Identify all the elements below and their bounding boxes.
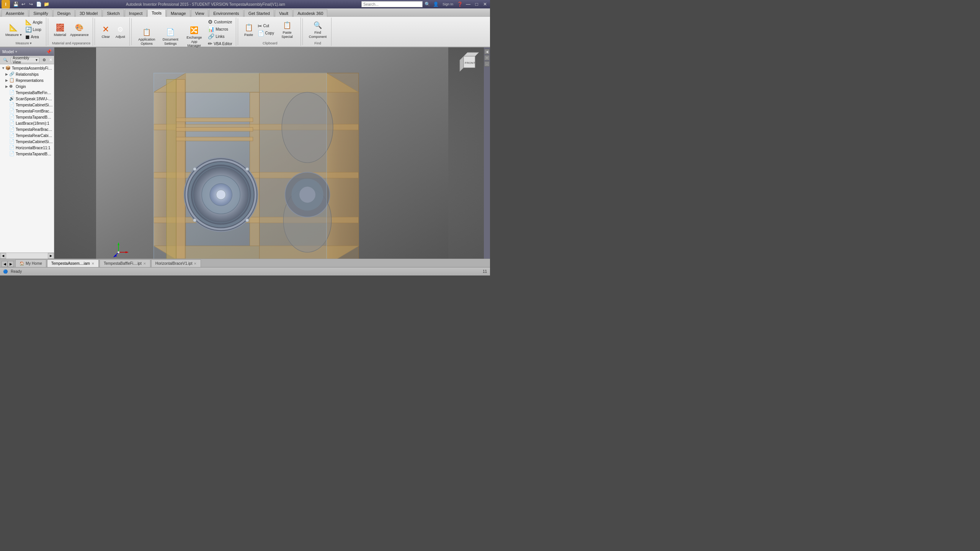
tab-close-1[interactable]: ✕ [91, 262, 95, 266]
tab-view[interactable]: View [191, 9, 209, 17]
tree-item-origin[interactable]: ▶ ⊕ Origin [0, 83, 54, 90]
tree-item-representations[interactable]: ▶ 📋 Representations [0, 77, 54, 83]
sep5 [302, 18, 303, 45]
tab-getstarted[interactable]: Get Started [244, 9, 274, 17]
adjust-icon: ⚙ [115, 24, 126, 35]
minimize-button[interactable]: — [465, 1, 472, 8]
exchange-icon: 🔀 [189, 25, 199, 36]
tab-sketch[interactable]: Sketch [103, 9, 124, 17]
tree-item-frontbrace[interactable]: 📄 TempestaFrontBrace:1 [0, 108, 54, 114]
loop-button[interactable]: 🔄Loop [24, 26, 44, 33]
tab-prev-btn[interactable]: ◀ [2, 261, 8, 267]
paste-special-button[interactable]: 📋 Paste Special [276, 19, 298, 40]
tree-item-rearcabinet[interactable]: 📄 TempestaRearCabinetPart(18mm):1 [0, 132, 54, 139]
customize-button[interactable]: ⚙Customize [207, 18, 233, 25]
document-settings-button[interactable]: 📄 Document Settings [159, 26, 181, 47]
tab-environments[interactable]: Environments [209, 9, 243, 17]
paste-icon: 📋 [243, 22, 254, 33]
tab-simplify[interactable]: Simplify [29, 9, 52, 17]
maximize-button[interactable]: □ [473, 1, 480, 8]
panel-pin-button[interactable]: 📌 [46, 49, 52, 54]
panel-toolbar: 🔍 Assembly View ▾ ⚙ ✕ [0, 56, 54, 64]
new-button[interactable]: 📄 [35, 1, 42, 8]
application-options-button[interactable]: 📋 Application Options [136, 26, 158, 47]
open-button[interactable]: 📁 [43, 1, 50, 8]
close-panel-btn[interactable]: ✕ [49, 57, 52, 62]
topbottom2-label: TempestaTapandBottomCabinetPart(18... [16, 152, 53, 156]
tab-vault[interactable]: Vault [275, 9, 292, 17]
links-button[interactable]: 🔗Links [207, 33, 233, 40]
area-icon: ◼ [25, 34, 30, 40]
3d-viewport[interactable]: FRONT ◀ + - [54, 47, 490, 259]
tree-item-hbrace11[interactable]: 📄 HorizontalBrace11:1 [0, 145, 54, 151]
tab-tools[interactable]: Tools [147, 9, 166, 17]
macros-button[interactable]: 📊Macros [207, 26, 233, 33]
tree-item-relationships[interactable]: ▶ 🔗 Relationships [0, 71, 54, 77]
exchange-app-manager-button[interactable]: 🔀 Exchange App Manager [183, 24, 205, 49]
main-area: Model ▾ 📌 🔍 Assembly View ▾ ⚙ ✕ ▼ 📦 Temp… [0, 47, 490, 259]
close-button[interactable]: ✕ [482, 1, 488, 8]
redo-button[interactable]: ↪ [28, 1, 34, 8]
angle-button[interactable]: 📐Angle [24, 19, 44, 26]
tab-close-2[interactable]: ✕ [143, 262, 146, 266]
clear-button[interactable]: ✕ Clear [99, 23, 113, 40]
scroll-right-btn[interactable]: ▶ [48, 253, 54, 259]
tree-item-topbottom2[interactable]: 📄 TempestaTapandBottomCabinetPart(18... [0, 151, 54, 157]
search-button[interactable]: 🔍 [424, 1, 431, 8]
tab-design[interactable]: Design [53, 9, 75, 17]
tab-next-btn[interactable]: ▶ [8, 261, 14, 267]
paste-button[interactable]: 📋 Paste [242, 21, 256, 38]
tab-3dmodel[interactable]: 3D Model [75, 9, 102, 17]
filter-button[interactable]: 🔍 [2, 57, 9, 64]
tree-item-baffle[interactable]: 📄 TempestaBaffleFinal:1 [0, 90, 54, 96]
tab-baffle[interactable]: TempestaBaffleFi....ipt ✕ [100, 259, 150, 267]
ribbon-group-clipboard: 📋 Paste ✂Cut 📄Copy 📋 Paste Special Clipb… [240, 18, 301, 46]
view-cube[interactable]: FRONT [458, 51, 481, 73]
scroll-left-btn[interactable]: ◀ [0, 253, 6, 259]
settings-icon-btn[interactable]: ⚙ [41, 57, 47, 64]
tab-manage[interactable]: Manage [167, 9, 190, 17]
cut-button[interactable]: ✂Cut [256, 23, 275, 29]
tree-scrollbar[interactable]: ◀ ▶ [0, 253, 54, 259]
paste-special-icon: 📋 [282, 20, 292, 31]
vba-editor-button[interactable]: ✏VBA Editor [207, 40, 233, 47]
handle-btn-3[interactable]: - [484, 61, 490, 67]
help-button[interactable]: ❓ [456, 1, 463, 8]
tree-item-scanspeak[interactable]: 🔊 ScanSpeak:18WU-4747000:1 [0, 96, 54, 102]
material-label: Material [54, 33, 66, 37]
tab-home[interactable]: 🏠 My Home [15, 259, 46, 267]
save-button[interactable]: 💾 [12, 1, 19, 8]
tree-root-item[interactable]: ▼ 📦 TempestaAssemblyFinal(V1).iam [0, 65, 54, 71]
undo-button[interactable]: ↩ [20, 1, 27, 8]
tab-inspect[interactable]: Inspect [125, 9, 147, 17]
copy-button[interactable]: 📄Copy [256, 30, 275, 37]
tab-hbrace[interactable]: HorizontalBraceV1.ipt ✕ [151, 259, 201, 267]
tree-item-rearbracet[interactable]: 📄 TempestaRearBracet:1 [0, 126, 54, 132]
find-component-button[interactable]: 🔍 Find Component [307, 19, 329, 40]
sep2 [95, 18, 95, 45]
tab-autodesk360[interactable]: Autodesk 360 [293, 9, 327, 17]
tree-item-sides4[interactable]: 📄 TempestaCabinetSides(18mm):4 [0, 139, 54, 145]
measure-button[interactable]: 📐 Measure ▾ [4, 21, 23, 38]
tab-close-3[interactable]: ✕ [194, 262, 197, 266]
paste-special-label: Paste Special [278, 31, 297, 39]
tree-item-sides3[interactable]: 📄 TempestaCabinetSides(18mm):3 [0, 102, 54, 108]
panel-dropdown[interactable]: ▾ [15, 50, 17, 54]
search-input[interactable] [361, 1, 423, 7]
scroll-track[interactable] [6, 253, 48, 259]
tree-item-topbottom1[interactable]: 📄 TempestaTapandBottomCabinetPart(18... [0, 114, 54, 120]
assembly-view-dropdown[interactable]: Assembly View ▾ [11, 57, 39, 63]
handle-btn-2[interactable]: + [484, 55, 490, 60]
handle-btn-1[interactable]: ◀ [484, 49, 490, 54]
tab-assemble[interactable]: Assemble [2, 9, 28, 17]
sign-in-button[interactable]: Sign In [441, 1, 455, 8]
user-icon[interactable]: 👤 [433, 1, 439, 8]
area-button[interactable]: ◼Area [24, 33, 44, 40]
material-button[interactable]: 🧱 Material [52, 21, 68, 38]
material-group-content: 🧱 Material 🎨 Appearance [52, 18, 90, 41]
ribbon-tab-bar: Assemble Simplify Design 3D Model Sketch… [0, 8, 490, 17]
adjust-button[interactable]: ⚙ Adjust [113, 23, 127, 40]
tree-item-lastbrace[interactable]: 📄 LastBrace(18mm):1 [0, 120, 54, 126]
appearance-button[interactable]: 🎨 Appearance [69, 21, 90, 38]
tab-assembly[interactable]: TempestaAssem....iam ✕ [47, 259, 99, 267]
